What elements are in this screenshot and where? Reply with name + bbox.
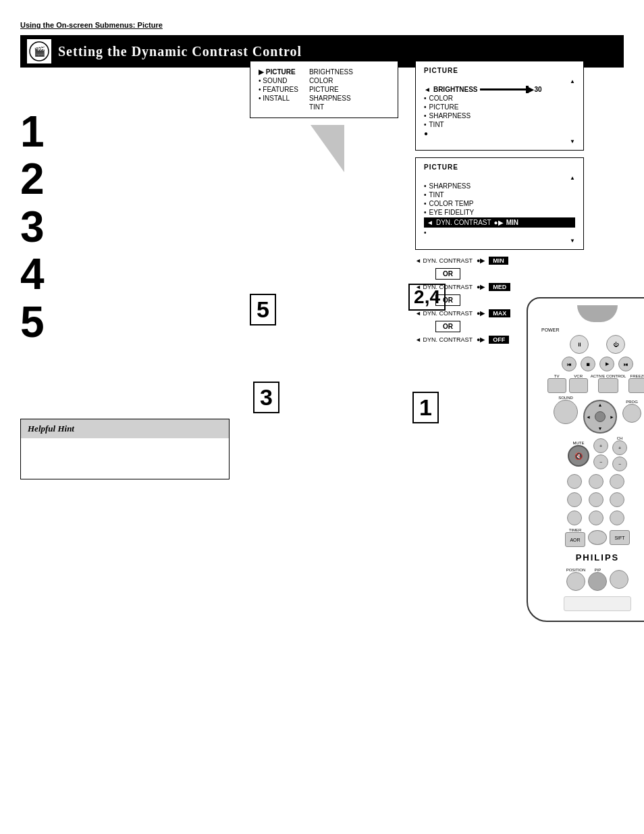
menu-to-remote-arrow <box>311 125 344 172</box>
rewind-button[interactable]: ⏮ <box>562 357 576 371</box>
title-icon: 🎬 <box>27 39 51 63</box>
sound-button[interactable] <box>554 400 578 424</box>
step-1: 1 <box>20 108 45 155</box>
num-9-button[interactable] <box>610 511 624 525</box>
timer-button[interactable]: AOR <box>565 532 585 547</box>
hint-content <box>21 438 229 479</box>
mute-button[interactable]: 🔇 <box>568 445 589 467</box>
num-2-button[interactable] <box>589 474 603 489</box>
or-box-1: OR <box>435 268 460 280</box>
dyn-off-value: OFF <box>489 336 509 344</box>
dial-down-label: ▼ <box>598 426 603 431</box>
num-5-button[interactable] <box>589 492 603 507</box>
menu-item-features: • FEATURES <box>259 86 298 93</box>
hint-title: Helpful Hint <box>21 419 229 438</box>
dyn-off-label: ◄ DYN. CONTRAST <box>415 336 473 343</box>
num-4-button[interactable] <box>567 492 582 507</box>
vol-down-button[interactable]: − <box>593 454 608 469</box>
brightness-slider: ▶30 <box>480 86 541 93</box>
dyn-med-value: MED <box>489 283 510 291</box>
remote: POWER ⏸ ⏻ ⏮ ⏹ ▶ ⏭ TV VCR ACTIVE CONTRO <box>527 297 644 622</box>
menu-right-tint: TINT <box>309 103 353 111</box>
sift-button[interactable]: SIFT <box>610 530 630 545</box>
philips-logo: PHILIPS <box>576 552 620 563</box>
menu-item-install: • INSTALL <box>259 95 298 102</box>
scroll-up-1: ▲ <box>424 78 575 84</box>
tv-button[interactable] <box>547 378 566 393</box>
num-7-button[interactable] <box>567 511 582 525</box>
main-dial[interactable]: ▲ ▼ ◄ ► <box>583 400 617 434</box>
freeze-button[interactable] <box>628 378 644 393</box>
menu-left: ▶ PICTURE • SOUND • FEATURES • INSTALL <box>259 68 298 111</box>
steps-column: 1 2 3 4 5 <box>20 108 45 346</box>
scroll-item: ● <box>424 130 575 137</box>
step-5-badge: 5 <box>250 294 276 325</box>
num-1-button[interactable] <box>567 474 582 489</box>
picture-bullet: • <box>424 103 427 111</box>
tint-label-2: TINT <box>429 191 444 199</box>
menu-right-sharpness: SHARPNESS <box>309 95 353 102</box>
picture-box-1: PICTURE ▲ ◄ BRIGHTNESS ▶30 • COLOR • PIC… <box>415 61 584 151</box>
tint-row-2: •TINT <box>424 191 575 199</box>
vol-up-button[interactable]: + <box>593 438 608 453</box>
color-row: • COLOR <box>424 95 575 102</box>
dot-item: • <box>424 229 575 236</box>
step-1-badge: 1 <box>412 392 439 423</box>
sharpness-label: SHARPNESS <box>429 112 471 120</box>
step-3: 3 <box>20 203 45 251</box>
blank-button[interactable] <box>588 530 607 545</box>
num-8-button[interactable] <box>589 511 603 525</box>
eye-fidelity-label: EYE FIDELITY <box>429 209 475 216</box>
step-4: 4 <box>20 251 45 298</box>
menu-item-picture: ▶ PICTURE <box>259 68 298 76</box>
numpad <box>567 474 628 525</box>
dyn-max-label: ◄ DYN. CONTRAST <box>415 310 473 317</box>
source-row: TV VCR ACTIVE CONTROL FREEZE <box>535 374 644 393</box>
sound-dial-row: SOUND ▲ ▼ ◄ ► PROG <box>535 396 644 434</box>
or-box-3: OR <box>435 321 460 332</box>
pip2-button[interactable] <box>610 570 628 589</box>
brightness-arrow: ◄ <box>424 86 431 93</box>
menu-right-brightness: BRIGHTNESS <box>309 68 353 76</box>
num-6-button[interactable] <box>610 492 624 507</box>
breadcrumb: Using the On-screen Submenus: Picture <box>20 21 163 29</box>
color-bullet: • <box>424 95 427 102</box>
brightness-value: ▶30 <box>529 86 541 93</box>
dyn-contrast-label: DYN. CONTRAST <box>436 219 491 226</box>
menu-right: BRIGHTNESS COLOR PICTURE SHARPNESS TINT <box>309 68 353 111</box>
color-temp-label: COLOR TEMP <box>429 200 474 207</box>
ch-down-button[interactable]: − <box>612 457 627 471</box>
active-control-button[interactable] <box>598 378 618 393</box>
dial-up-label: ▲ <box>598 402 603 407</box>
tint-bullet: • <box>424 121 427 128</box>
scroll-up-2: ▲ <box>424 175 575 181</box>
scroll-down-1: ▼ <box>424 138 575 145</box>
pip-button[interactable] <box>588 572 607 591</box>
menu-box: ▶ PICTURE • SOUND • FEATURES • INSTALL B… <box>250 61 398 118</box>
stop-button[interactable]: ⏹ <box>581 357 595 371</box>
dyn-max-value: MAX <box>489 309 510 317</box>
menu-item-sound: • SOUND <box>259 77 298 84</box>
vcr-button[interactable] <box>569 378 588 393</box>
dial-center[interactable] <box>595 411 606 422</box>
timer-row: TIMER AOR SIFT <box>535 528 644 547</box>
tint-label: TINT <box>429 121 444 128</box>
dial-right-label: ► <box>610 415 614 419</box>
menu-right-color: COLOR <box>309 77 353 84</box>
step-2: 2 <box>20 155 45 203</box>
ff-button[interactable]: ⏭ <box>618 357 633 371</box>
prog-button[interactable] <box>622 404 641 423</box>
num-3-button[interactable] <box>610 474 624 489</box>
step-3-badge: 3 <box>253 382 279 413</box>
dial-left-label: ◄ <box>586 415 591 419</box>
svg-text:🎬: 🎬 <box>34 46 46 57</box>
ch-up-button[interactable]: + <box>612 440 627 455</box>
position-button[interactable] <box>566 572 585 591</box>
dyn-min-label: ◄ DYN. CONTRAST <box>415 257 473 264</box>
menu-right-picture: PICTURE <box>309 86 353 93</box>
play-button[interactable]: ▶ <box>599 357 614 371</box>
picture-box-2-title: PICTURE <box>424 163 575 171</box>
sharpness-row-2: •SHARPNESS <box>424 182 575 190</box>
ch-controls: + − <box>612 440 627 471</box>
step-5: 5 <box>20 298 45 346</box>
